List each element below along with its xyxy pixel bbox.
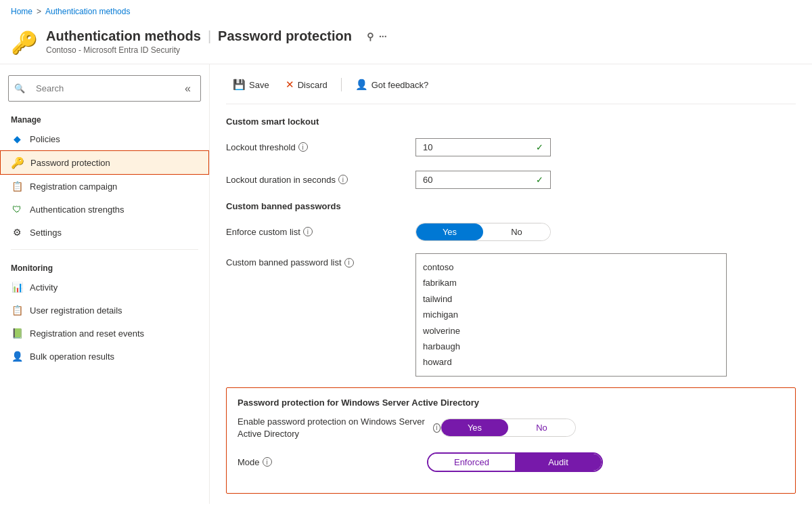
banned-list-textarea[interactable]: contoso fabrikam tailwind michigan wolve…: [415, 253, 727, 377]
enforce-list-control: Yes No: [415, 223, 727, 241]
enable-no-option[interactable]: No: [508, 419, 575, 436]
page-header: 🔑 Authentication methods | Password prot…: [0, 23, 812, 64]
pin-icon[interactable]: ⚲: [367, 31, 374, 42]
lockout-threshold-row: Lockout threshold i 10 ✓: [226, 136, 796, 158]
bulk-ops-icon: 👤: [11, 350, 23, 362]
toolbar-divider: [341, 78, 342, 91]
user-reg-icon: 📋: [11, 304, 23, 316]
shield-icon: 🛡: [11, 203, 23, 215]
banned-list-row: Custom banned password list i contoso fa…: [226, 253, 796, 377]
sidebar-item-registration-campaign[interactable]: 📋 Registration campaign: [0, 175, 209, 198]
enforce-list-info-icon[interactable]: i: [303, 227, 313, 236]
sidebar-item-activity[interactable]: 📊 Activity: [0, 276, 209, 299]
feedback-button[interactable]: 👤 Got feedback?: [348, 75, 436, 94]
header-title-sub: Password protection: [218, 28, 352, 44]
mode-label: Mode: [238, 457, 260, 467]
mode-row: Mode i Enforced Audit: [238, 451, 784, 473]
banned-list-item-7: howard: [423, 354, 719, 370]
lockout-threshold-control: 10 ✓: [415, 138, 727, 156]
key-icon: 🔑: [11, 30, 38, 56]
enforce-custom-list-row: Enforce custom list i Yes No: [226, 221, 796, 242]
sidebar-item-label-activity: Activity: [30, 282, 58, 293]
more-icon[interactable]: ···: [379, 31, 387, 42]
sidebar-item-label-settings: Settings: [30, 228, 62, 238]
banned-list-item-5: wolverine: [423, 323, 719, 339]
enforce-no-option[interactable]: No: [483, 223, 550, 240]
sidebar-item-label-reg-reset: Registration and reset events: [30, 328, 144, 339]
lockout-duration-info-icon[interactable]: i: [338, 175, 348, 184]
main-content: 💾 Save ✕ Discard 👤 Got feedback? Custom …: [210, 64, 812, 504]
banned-list-item-6: harbaugh: [423, 339, 719, 354]
mode-control: Enforced Audit: [427, 452, 738, 472]
sidebar: 🔍 « Manage ◆ Policies 🔑 Password protect…: [0, 64, 210, 504]
sidebar-item-password-protection[interactable]: 🔑 Password protection: [0, 150, 209, 175]
monitoring-section-label: Monitoring: [0, 255, 209, 276]
banned-list-label: Custom banned password list: [226, 257, 342, 267]
reg-reset-icon: 📗: [11, 327, 23, 339]
breadcrumb-separator: >: [37, 7, 41, 16]
policies-icon: ◆: [11, 133, 23, 145]
enable-protection-control: Yes No: [441, 419, 752, 437]
enforce-toggle-group: Yes No: [415, 223, 551, 241]
sidebar-item-label-password: Password protection: [30, 158, 110, 168]
discard-button[interactable]: ✕ Discard: [279, 75, 334, 94]
feedback-icon: 👤: [355, 79, 368, 91]
search-input[interactable]: [29, 79, 177, 98]
lockout-duration-control: 60 ✓: [415, 171, 727, 189]
sidebar-item-bulk-ops[interactable]: 👤 Bulk operation results: [0, 345, 209, 368]
sidebar-divider: [11, 249, 198, 250]
lockout-duration-input[interactable]: 60 ✓: [415, 171, 551, 189]
sidebar-item-user-reg-details[interactable]: 📋 User registration details: [0, 299, 209, 322]
toolbar: 💾 Save ✕ Discard 👤 Got feedback?: [226, 75, 796, 104]
sidebar-item-label-registration: Registration campaign: [30, 181, 117, 192]
enable-protection-info-icon[interactable]: i: [433, 423, 441, 433]
save-button[interactable]: 💾 Save: [226, 75, 276, 94]
breadcrumb: Home > Authentication methods: [0, 0, 812, 23]
header-divider: |: [208, 28, 211, 44]
sidebar-item-policies[interactable]: ◆ Policies: [0, 127, 209, 150]
header-text: Authentication methods | Password protec…: [46, 28, 387, 55]
sidebar-item-label-bulk-ops: Bulk operation results: [30, 351, 114, 362]
lockout-threshold-input[interactable]: 10 ✓: [415, 138, 551, 156]
header-subtitle: Contoso - Microsoft Entra ID Security: [46, 45, 387, 55]
banned-passwords-title: Custom banned passwords: [226, 201, 796, 211]
sidebar-item-label-user-reg: User registration details: [30, 305, 122, 316]
sidebar-item-label-auth-strengths: Authentication strengths: [30, 205, 124, 215]
mode-audit-option[interactable]: Audit: [515, 454, 602, 471]
duration-check-icon: ✓: [536, 175, 543, 185]
password-icon: 🔑: [12, 156, 24, 169]
sidebar-item-auth-strengths[interactable]: 🛡 Authentication strengths: [0, 198, 209, 221]
sidebar-item-label-policies: Policies: [30, 134, 60, 144]
layout: 🔍 « Manage ◆ Policies 🔑 Password protect…: [0, 64, 812, 504]
enforce-yes-option[interactable]: Yes: [416, 223, 483, 240]
collapse-icon[interactable]: «: [181, 83, 195, 95]
banned-list-item-3: tailwind: [423, 291, 719, 307]
lockout-duration-row: Lockout duration in seconds i 60 ✓: [226, 169, 796, 190]
sidebar-search-container: 🔍 «: [0, 70, 209, 107]
enable-protection-row: Enable password protection on Windows Se…: [238, 416, 784, 440]
save-icon: 💾: [233, 79, 246, 91]
banned-list-control: contoso fabrikam tailwind michigan wolve…: [415, 253, 727, 377]
banned-list-item-1: contoso: [423, 259, 719, 275]
gear-icon: ⚙: [11, 226, 23, 238]
search-icon: 🔍: [14, 83, 25, 93]
sidebar-item-settings[interactable]: ⚙ Settings: [0, 221, 209, 244]
mode-toggle-group: Enforced Audit: [427, 452, 603, 472]
banned-list-info-icon[interactable]: i: [344, 258, 354, 267]
threshold-check-icon: ✓: [536, 142, 543, 152]
smart-lockout-title: Custom smart lockout: [226, 116, 796, 127]
discard-icon: ✕: [286, 79, 294, 91]
lockout-threshold-label: Lockout threshold: [226, 142, 296, 152]
lockout-duration-label: Lockout duration in seconds: [226, 175, 336, 185]
banned-list-item-2: fabrikam: [423, 275, 719, 291]
windows-section-title: Password protection for Windows Server A…: [238, 398, 784, 408]
banned-list-item-4: michigan: [423, 307, 719, 322]
mode-enforced-option[interactable]: Enforced: [428, 454, 515, 471]
enable-yes-option[interactable]: Yes: [441, 419, 508, 436]
mode-info-icon[interactable]: i: [263, 457, 272, 467]
lockout-threshold-info-icon[interactable]: i: [298, 142, 308, 152]
sidebar-item-reg-reset-events[interactable]: 📗 Registration and reset events: [0, 322, 209, 345]
enable-protection-toggle-group: Yes No: [441, 419, 576, 437]
breadcrumb-current[interactable]: Authentication methods: [45, 7, 130, 16]
breadcrumb-home[interactable]: Home: [11, 7, 32, 16]
